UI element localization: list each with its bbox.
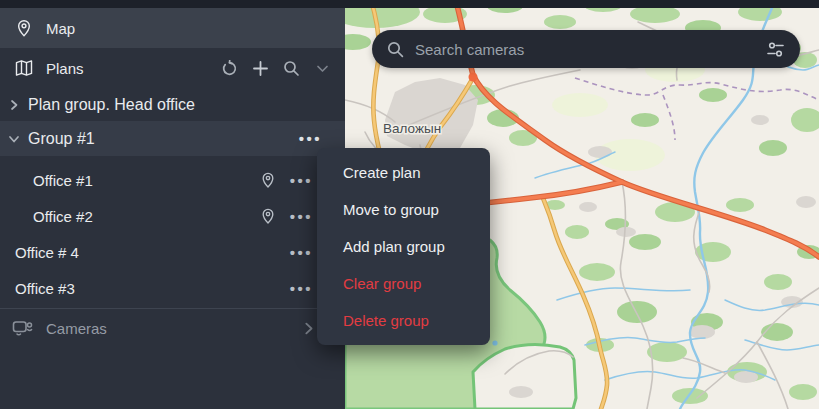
map-item-label: Map: [46, 20, 75, 37]
plans-map-icon: [14, 58, 34, 78]
office-label: Office #2: [33, 208, 93, 225]
window-top-strip: [0, 0, 819, 8]
map-town-label: Валожын: [383, 121, 441, 136]
search-plans-button[interactable]: [282, 59, 300, 77]
sidebar: Map Plans: [0, 8, 345, 409]
chevron-down-icon: [315, 61, 330, 76]
plan-group-label: Plan group. Head office: [28, 96, 195, 114]
chevron-right-icon: [8, 99, 20, 111]
cameras-icon: [12, 319, 34, 337]
chevron-down-icon: [8, 133, 20, 145]
menu-item-clear-group[interactable]: Clear group: [317, 265, 490, 302]
plus-icon: [252, 60, 269, 77]
tree-item-group-1[interactable]: Group #1 •••: [0, 121, 345, 156]
tree-item-office-1[interactable]: Office #1 •••: [0, 162, 345, 198]
menu-item-move-to-group[interactable]: Move to group: [317, 191, 490, 228]
collapse-plans-button[interactable]: [313, 59, 331, 77]
tree-item-office-2[interactable]: Office #2 •••: [0, 198, 345, 234]
camera-search-bar[interactable]: [372, 30, 800, 68]
plans-actions: [220, 59, 331, 77]
refresh-plans-button[interactable]: [220, 59, 238, 77]
office-label: Office #1: [33, 172, 93, 189]
group-more-options-button[interactable]: •••: [299, 131, 322, 146]
office-label: Office #3: [15, 280, 75, 297]
add-plan-button[interactable]: [251, 59, 269, 77]
group-label: Group #1: [28, 130, 95, 148]
tree-item-office-4[interactable]: Office # 4 •••: [0, 234, 345, 270]
search-input[interactable]: [415, 41, 756, 58]
office-label: Office # 4: [15, 244, 79, 261]
cameras-item-label: Cameras: [46, 320, 107, 337]
office-more-options-button[interactable]: •••: [290, 209, 313, 224]
sidebar-item-map[interactable]: Map: [0, 8, 345, 48]
tree-item-office-3[interactable]: Office #3 •••: [0, 270, 345, 306]
search-icon: [283, 60, 300, 77]
plans-item-label: Plans: [46, 60, 84, 77]
chevron-right-icon[interactable]: [302, 322, 315, 335]
sidebar-item-plans[interactable]: Plans: [0, 48, 345, 88]
location-pin-icon[interactable]: [259, 171, 277, 189]
group-context-menu: Create plan Move to group Add plan group…: [317, 148, 490, 345]
refresh-icon: [221, 60, 238, 77]
sidebar-item-cameras[interactable]: Cameras: [0, 309, 345, 347]
tree-item-plan-group[interactable]: Plan group. Head office: [0, 88, 345, 121]
office-more-options-button[interactable]: •••: [290, 173, 313, 188]
menu-item-create-plan[interactable]: Create plan: [317, 154, 490, 191]
menu-item-delete-group[interactable]: Delete group: [317, 302, 490, 339]
location-pin-icon[interactable]: [259, 207, 277, 225]
filter-settings-icon[interactable]: [767, 42, 784, 57]
office-more-options-button[interactable]: •••: [290, 245, 313, 260]
office-more-options-button[interactable]: •••: [290, 281, 313, 296]
app-window: Валожын Map: [0, 0, 819, 409]
menu-item-add-plan-group[interactable]: Add plan group: [317, 228, 490, 265]
location-pin-icon: [14, 18, 34, 38]
search-icon: [387, 41, 404, 58]
